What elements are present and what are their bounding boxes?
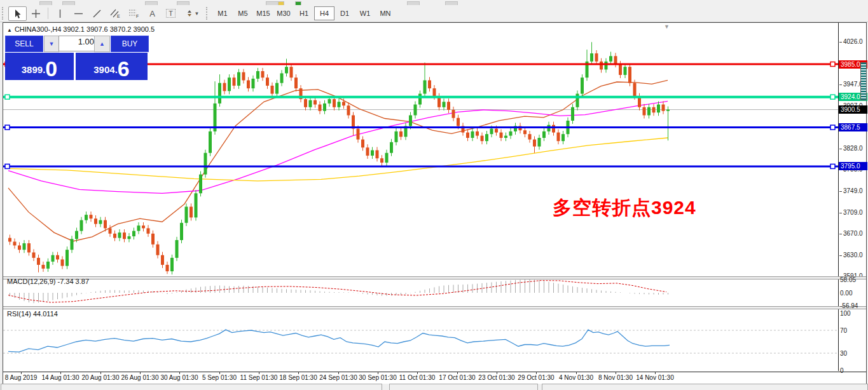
text-tool-button[interactable]: A — [143, 6, 162, 21]
sell-button[interactable]: SELL — [5, 36, 43, 52]
trendline-icon — [92, 9, 102, 18]
timeframe-button-H1[interactable]: H1 — [294, 6, 314, 20]
trendline-tool-button[interactable] — [88, 6, 106, 21]
candle-body — [361, 140, 364, 148]
time-axis[interactable]: 8 Aug 201914 Aug 01:3020 Aug 01:3026 Aug… — [3, 372, 866, 384]
horizontal-line-icon — [74, 9, 83, 18]
vertical-line-tool-button[interactable] — [51, 6, 69, 21]
crosshair-tool-button[interactable] — [27, 6, 45, 21]
candle-body — [261, 71, 265, 77]
candle-body — [166, 265, 169, 271]
symbol-ohlc-label: ▲CHINA300-,H4 3902.1 3907.6 3870.2 3900.… — [7, 25, 155, 33]
price-tick-3828.0: 3828.0 — [839, 145, 863, 152]
candle-body — [628, 67, 631, 83]
candle-body — [342, 102, 345, 105]
buy-price-display[interactable]: 3904.6 — [76, 53, 148, 80]
buy-button[interactable]: BUY — [111, 36, 149, 52]
toolbar-grip[interactable] — [206, 7, 210, 20]
fibonacci-tool-button[interactable]: F — [125, 6, 143, 21]
arrows-tool-button[interactable]: ▼ — [180, 6, 204, 21]
candle-body — [242, 72, 245, 81]
candle-body — [85, 215, 88, 220]
price-tag-3795.0: 3795.0 — [839, 162, 867, 170]
symbol-collapse-icon[interactable]: ▲ — [7, 27, 12, 33]
line-handle[interactable] — [830, 164, 835, 168]
timeframe-button-M1[interactable]: M1 — [212, 6, 233, 20]
candle-body — [42, 265, 45, 269]
candle-body — [65, 250, 69, 266]
horizontal-line-tool-button[interactable] — [69, 6, 88, 21]
timeframe-button-M15[interactable]: M15 — [253, 6, 273, 20]
cursor-tool-button[interactable] — [8, 6, 27, 21]
timeframe-button-H4[interactable]: H4 — [314, 6, 334, 20]
candle-body — [500, 133, 503, 138]
time-label: 26 Aug 01:30 — [121, 374, 159, 381]
pane-separator[interactable] — [3, 306, 866, 309]
candle-body — [571, 107, 574, 121]
line-handle[interactable] — [5, 95, 10, 99]
fibonacci-icon: F — [128, 8, 139, 18]
candle-body — [619, 64, 622, 75]
text-label-icon: T — [166, 9, 176, 18]
candle-body — [252, 79, 255, 88]
candle-body — [643, 107, 646, 116]
timeframe-button-M5[interactable]: M5 — [233, 6, 253, 20]
timeframe-button-M30[interactable]: M30 — [273, 6, 294, 20]
pane-separator[interactable] — [3, 276, 866, 279]
price-tick-3947.0: 3947.0 — [839, 81, 863, 88]
line-handle[interactable] — [5, 125, 10, 130]
candle-body — [27, 243, 31, 252]
candle-body — [304, 99, 307, 107]
timeframe-button-W1[interactable]: W1 — [355, 6, 375, 20]
candle-body — [466, 133, 469, 138]
volume-input[interactable]: 1.00 — [59, 36, 97, 51]
candle-body — [13, 242, 17, 246]
price-tick-3670.0: 3670.0 — [839, 230, 863, 237]
candle-body — [428, 80, 431, 88]
ma-slow-line[interactable] — [8, 138, 668, 181]
candle-body — [46, 262, 50, 269]
rsi-axis-30: 30 — [840, 350, 847, 357]
candle-body — [542, 131, 546, 138]
candle-body — [495, 129, 498, 133]
line-handle[interactable] — [830, 62, 835, 67]
candle-body — [37, 258, 40, 265]
svg-text:E: E — [117, 14, 120, 18]
candle-body — [180, 223, 183, 240]
candle-body — [662, 105, 665, 111]
ma-mid-line[interactable] — [8, 101, 668, 193]
chart-text-annotation[interactable]: 多空转折点3924 — [553, 195, 696, 221]
rsi-axis-70: 70 — [840, 327, 847, 334]
candle-body — [319, 105, 322, 111]
candle-body — [399, 131, 403, 137]
line-handle[interactable] — [5, 164, 10, 168]
candle-body — [471, 131, 474, 138]
candle-body — [156, 245, 160, 255]
time-label: 18 Sep 01:30 — [279, 374, 317, 381]
volume-decrease-button[interactable]: ▼ — [44, 36, 59, 52]
candle-body — [323, 104, 326, 111]
candle-body — [481, 136, 484, 141]
time-label: 14 Nov 01:30 — [636, 374, 674, 381]
candle-body — [285, 67, 288, 73]
candle-body — [485, 134, 488, 141]
sell-price-display[interactable]: 3899.0 — [5, 53, 74, 80]
chart-shift-icon[interactable]: ▼ — [664, 24, 670, 30]
candle-body — [233, 77, 236, 86]
toolbar-grip[interactable] — [2, 7, 6, 20]
rsi-axis-100: 100 — [840, 310, 851, 317]
timeframe-button-MN[interactable]: MN — [375, 6, 396, 20]
candle-body — [223, 83, 226, 91]
line-handle[interactable] — [830, 125, 835, 130]
scrollbar-thumb[interactable] — [860, 62, 867, 100]
line-handle[interactable] — [830, 95, 835, 99]
candle-body — [605, 62, 608, 70]
timeframe-button-D1[interactable]: D1 — [334, 6, 355, 20]
drawing-toolbar: E F A T ▼ M1M5M15M30H1H4D1W1MN — [0, 5, 868, 22]
symbol-ohlc-text: CHINA300-,H4 3902.1 3907.6 3870.2 3900.5 — [15, 25, 155, 33]
equidistant-channel-tool-button[interactable]: E — [106, 6, 125, 21]
text-label-tool-button[interactable]: T — [162, 6, 180, 21]
volume-increase-button[interactable]: ▲ — [94, 36, 110, 52]
candle-body — [32, 252, 36, 257]
time-label: 8 Aug 2019 — [5, 374, 38, 381]
